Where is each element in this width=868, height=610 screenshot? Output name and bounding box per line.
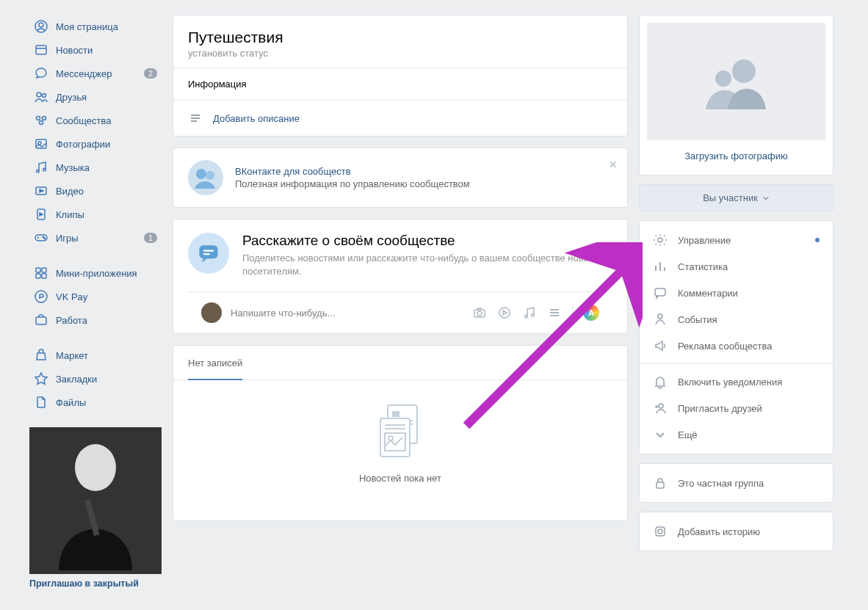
member-button[interactable]: Вы участник <box>639 184 833 211</box>
messenger-icon <box>34 66 48 81</box>
nav-label: Файлы <box>56 397 86 408</box>
stats-icon <box>653 259 668 274</box>
svg-point-7 <box>40 121 43 125</box>
nav-label: Маркет <box>56 350 88 361</box>
nav-mini-apps[interactable]: Мини-приложения <box>29 261 162 285</box>
photo-upload-card: Загрузить фотографию <box>639 15 833 175</box>
events-icon <box>653 312 668 327</box>
profile-caption: Приглашаю в закрытый <box>29 578 162 589</box>
nav-my-page[interactable]: Моя страница <box>29 15 162 38</box>
nav-bookmarks[interactable]: Закладки <box>29 367 162 391</box>
menu-label: События <box>678 314 717 325</box>
menu-notifications[interactable]: Включить уведомления <box>640 368 833 395</box>
svg-point-5 <box>37 117 40 120</box>
svg-point-47 <box>732 59 756 83</box>
menu-label: Комментарии <box>678 288 738 299</box>
close-icon[interactable]: × <box>609 157 617 173</box>
menu-invite[interactable]: Пригласить друзей <box>640 395 833 421</box>
apps-icon <box>34 266 48 280</box>
nav-label: Сообщества <box>56 115 112 126</box>
vk-info-title: ВКонтакте для сообществ <box>235 166 470 177</box>
private-group[interactable]: Это частная группа <box>640 470 833 496</box>
vk-info-card[interactable]: ВКонтакте для сообществ Полезная информа… <box>173 148 628 208</box>
nav-groups[interactable]: Сообщества <box>29 109 162 132</box>
nav-files[interactable]: Файлы <box>29 391 162 414</box>
camera-icon[interactable] <box>472 305 487 320</box>
nav-label: Клипы <box>56 209 84 220</box>
nav-market[interactable]: Маркет <box>29 344 162 367</box>
user-avatar <box>201 302 222 323</box>
svg-point-48 <box>715 70 731 87</box>
svg-point-49 <box>658 238 662 242</box>
set-status-link[interactable]: установить статус <box>188 48 612 59</box>
add-description-label: Добавить описание <box>213 113 300 124</box>
nav-label: VK Pay <box>56 291 87 302</box>
lock-icon <box>653 476 668 490</box>
svg-point-35 <box>525 316 528 319</box>
svg-rect-19 <box>36 274 40 278</box>
nav-messenger[interactable]: Мессенджер 2 <box>29 62 162 85</box>
chat-bubble-icon <box>188 233 229 274</box>
ai-icon[interactable]: A <box>583 305 599 321</box>
svg-rect-22 <box>36 317 46 324</box>
nav-music[interactable]: Музыка <box>29 156 162 179</box>
upload-photo-link[interactable]: Загрузить фотографию <box>647 148 825 167</box>
nav-work[interactable]: Работа <box>29 308 162 332</box>
menu-label: Реклама сообщества <box>678 341 773 352</box>
nav-label: Мессенджер <box>56 68 112 79</box>
menu-label: Пригласить друзей <box>678 403 762 414</box>
nav-photos[interactable]: Фотографии <box>29 132 162 156</box>
nav-video[interactable]: Видео <box>29 179 162 203</box>
photos-icon <box>34 137 48 151</box>
svg-point-55 <box>658 529 662 534</box>
video-icon[interactable] <box>497 305 512 320</box>
menu-manage[interactable]: Управление <box>640 227 833 253</box>
svg-point-27 <box>196 169 206 179</box>
info-section[interactable]: Информация <box>173 68 627 100</box>
nav-vk-pay[interactable]: VK Pay <box>29 285 162 308</box>
chevron-down-icon <box>653 427 668 442</box>
nav-news[interactable]: Новости <box>29 38 162 62</box>
private-group-card: Это частная группа <box>639 463 833 503</box>
market-icon <box>34 348 48 363</box>
add-story[interactable]: Добавить историю <box>640 518 833 545</box>
menu-comments[interactable]: Комментарии <box>640 280 833 306</box>
menu-more[interactable]: Ещё <box>640 421 833 448</box>
nav-games[interactable]: Игры 1 <box>29 226 162 250</box>
nav-label: Новости <box>56 45 93 56</box>
nav-label: Фотографии <box>56 139 110 150</box>
vk-info-avatar <box>188 160 223 195</box>
files-icon <box>34 395 48 410</box>
notification-dot <box>815 238 820 242</box>
video-icon <box>34 184 48 198</box>
more-icon[interactable] <box>547 305 562 320</box>
menu-stats[interactable]: Статистика <box>640 253 833 280</box>
sidebar-profile-block[interactable]: Приглашаю в закрытый <box>29 427 162 589</box>
menu-ads[interactable]: Реклама сообщества <box>640 333 833 359</box>
svg-rect-54 <box>656 527 665 536</box>
nav-clips[interactable]: Клипы <box>29 203 162 226</box>
group-header-card: Путешествия установить статус Информация… <box>173 15 628 137</box>
nav-friends[interactable]: Друзья <box>29 85 162 109</box>
photo-placeholder[interactable] <box>647 23 825 140</box>
svg-point-28 <box>206 171 214 180</box>
svg-point-15 <box>43 236 44 238</box>
svg-rect-30 <box>203 250 214 252</box>
nav-badge: 1 <box>144 233 157 243</box>
groups-icon <box>34 113 48 128</box>
tell-subtitle: Поделитесь новостями или расскажите что-… <box>242 252 612 278</box>
add-description[interactable]: Добавить описание <box>173 100 627 136</box>
tab-no-posts[interactable]: Нет записей <box>188 346 242 380</box>
svg-point-10 <box>37 170 40 173</box>
svg-rect-29 <box>199 245 217 258</box>
music-icon[interactable] <box>522 305 537 320</box>
nav-label: Моя страница <box>56 21 118 32</box>
svg-point-21 <box>35 291 47 302</box>
nav-label: Музыка <box>56 162 90 173</box>
vk-info-subtitle: Полезная информация по управлению сообще… <box>235 178 470 189</box>
svg-point-36 <box>532 314 535 317</box>
post-input-row[interactable]: Напишите что-нибудь... A <box>188 291 612 333</box>
posts-tabs: Нет записей <box>173 346 627 380</box>
menu-events[interactable]: События <box>640 306 833 333</box>
svg-rect-18 <box>42 268 46 272</box>
